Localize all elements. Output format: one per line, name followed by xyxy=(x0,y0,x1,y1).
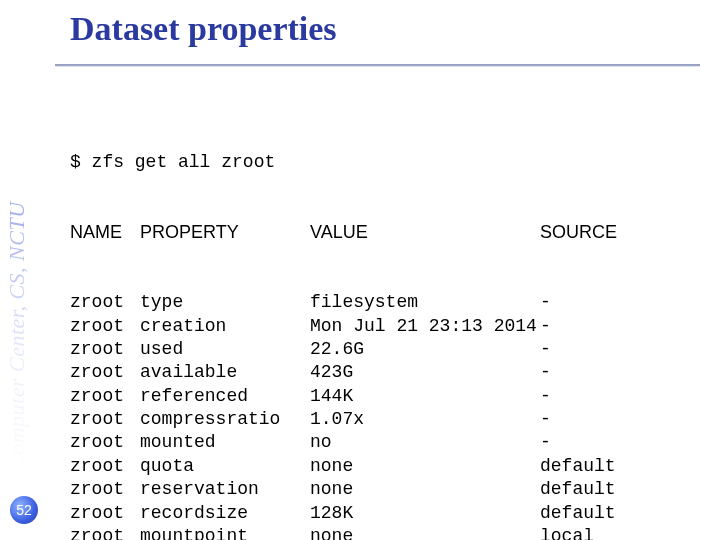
cell-value: 1.07x xyxy=(310,408,540,431)
cell-property: mountpoint xyxy=(140,525,310,540)
page-number: 52 xyxy=(16,502,32,518)
cell-name: zroot xyxy=(70,525,140,540)
cell-value: no xyxy=(310,431,540,454)
cell-source: default xyxy=(540,455,616,478)
terminal-block: $ zfs get all zroot NAMEPROPERTYVALUESOU… xyxy=(70,104,700,540)
table-row: zrootrecordsize128Kdefault xyxy=(70,502,700,525)
cell-value: 144K xyxy=(310,385,540,408)
side-label: Computer Center, CS, NCTU xyxy=(4,4,44,476)
cell-name: zroot xyxy=(70,478,140,501)
table-row: zrootreferenced144K- xyxy=(70,385,700,408)
cell-value: filesystem xyxy=(310,291,540,314)
cell-source: - xyxy=(540,291,551,314)
cell-property: reservation xyxy=(140,478,310,501)
table-row: zrootquotanonedefault xyxy=(70,455,700,478)
cell-source: - xyxy=(540,338,551,361)
cell-value: 423G xyxy=(310,361,540,384)
cell-value: none xyxy=(310,478,540,501)
content-area: Dataset properties $ zfs get all zroot N… xyxy=(70,10,700,520)
cell-value: Mon Jul 21 23:13 2014 xyxy=(310,315,540,338)
cell-name: zroot xyxy=(70,385,140,408)
terminal-command: $ zfs get all zroot xyxy=(70,151,700,174)
cell-name: zroot xyxy=(70,455,140,478)
cell-property: type xyxy=(140,291,310,314)
table-row: zroottypefilesystem- xyxy=(70,291,700,314)
cell-name: zroot xyxy=(70,338,140,361)
table-row: zrootreservationnonedefault xyxy=(70,478,700,501)
cell-source: - xyxy=(540,315,551,338)
cell-name: zroot xyxy=(70,502,140,525)
cell-value: 128K xyxy=(310,502,540,525)
col-source: SOURCE xyxy=(540,221,617,244)
cell-source: - xyxy=(540,408,551,431)
cell-source: local xyxy=(540,525,594,540)
cell-property: available xyxy=(140,361,310,384)
terminal-header: NAMEPROPERTYVALUESOURCE xyxy=(70,221,700,244)
cell-value: none xyxy=(310,525,540,540)
cell-value: none xyxy=(310,455,540,478)
col-property: PROPERTY xyxy=(140,221,310,244)
table-row: zrootcompressratio1.07x- xyxy=(70,408,700,431)
slide: Computer Center, CS, NCTU 52 Dataset pro… xyxy=(0,0,720,540)
slide-title: Dataset properties xyxy=(70,10,700,48)
cell-property: used xyxy=(140,338,310,361)
cell-value: 22.6G xyxy=(310,338,540,361)
table-row: zrootavailable423G- xyxy=(70,361,700,384)
table-row: zrootused22.6G- xyxy=(70,338,700,361)
cell-name: zroot xyxy=(70,361,140,384)
cell-source: - xyxy=(540,385,551,408)
cell-source: - xyxy=(540,431,551,454)
cell-property: recordsize xyxy=(140,502,310,525)
cell-name: zroot xyxy=(70,291,140,314)
table-row: zrootmountpointnonelocal xyxy=(70,525,700,540)
col-value: VALUE xyxy=(310,221,540,244)
cell-name: zroot xyxy=(70,408,140,431)
cell-property: creation xyxy=(140,315,310,338)
cell-property: compressratio xyxy=(140,408,310,431)
cell-source: default xyxy=(540,478,616,501)
cell-property: referenced xyxy=(140,385,310,408)
cell-source: default xyxy=(540,502,616,525)
cell-source: - xyxy=(540,361,551,384)
cell-name: zroot xyxy=(70,431,140,454)
cell-property: quota xyxy=(140,455,310,478)
col-name: NAME xyxy=(70,221,140,244)
terminal-rows: zroottypefilesystem-zrootcreationMon Jul… xyxy=(70,291,700,540)
cell-name: zroot xyxy=(70,315,140,338)
table-row: zrootmountedno- xyxy=(70,431,700,454)
page-number-badge: 52 xyxy=(10,496,38,524)
table-row: zrootcreationMon Jul 21 23:13 2014- xyxy=(70,315,700,338)
cell-property: mounted xyxy=(140,431,310,454)
